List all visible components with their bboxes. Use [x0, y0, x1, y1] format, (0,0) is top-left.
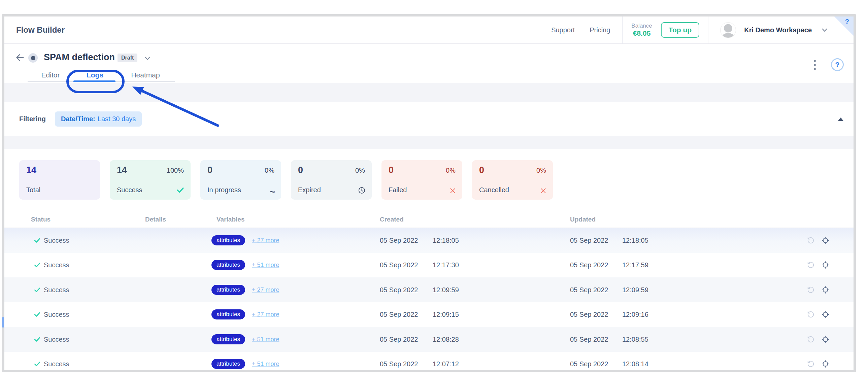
locate-icon[interactable]: [822, 261, 829, 269]
updated-time: 12:09:59: [622, 286, 649, 293]
stat-label: Expired: [298, 186, 321, 194]
column-status: Status: [31, 216, 51, 223]
updated-time: 12:18:05: [622, 236, 649, 244]
created-date: 05 Sep 2022: [380, 261, 418, 269]
corner-help-fold[interactable]: [834, 17, 854, 36]
topbar: Flow Builder Support Pricing Balance €8.…: [4, 17, 854, 44]
success-check-icon: [34, 261, 41, 269]
clock-icon: [358, 187, 366, 195]
chevron-down-icon[interactable]: [821, 27, 828, 33]
pricing-link[interactable]: Pricing: [590, 26, 610, 34]
more-variables-link[interactable]: + 27 more: [252, 311, 279, 318]
stat-card-cancelled: 0 0% Cancelled: [472, 160, 553, 199]
variable-tag[interactable]: attributes: [212, 260, 245, 270]
replay-icon[interactable]: [807, 237, 814, 244]
datetime-filter-chip[interactable]: Date/Time: Last 30 days: [55, 112, 142, 127]
updated-time: 12:09:16: [622, 311, 649, 318]
created-date: 05 Sep 2022: [380, 335, 418, 343]
table-header: Status Details Variables Created Updated: [4, 199, 854, 228]
collapse-panel-caret-icon[interactable]: [838, 118, 843, 121]
success-check-icon: [34, 237, 41, 244]
top-up-button[interactable]: Top up: [661, 22, 699, 38]
status-badge: Draft: [118, 54, 137, 62]
more-variables-link[interactable]: + 51 more: [252, 361, 279, 368]
replay-icon[interactable]: [807, 261, 814, 269]
stat-label: In progress: [208, 186, 241, 194]
created-time: 12:09:59: [433, 286, 459, 293]
success-check-icon: [34, 361, 41, 368]
locate-icon[interactable]: [822, 286, 829, 293]
variable-tag[interactable]: attributes: [212, 235, 245, 245]
created-time: 12:07:12: [433, 360, 459, 368]
balance-block: Balance €8.05: [631, 23, 652, 37]
stat-card-total: 14 Total: [19, 160, 100, 199]
back-button[interactable]: [14, 53, 25, 63]
success-check-icon: [34, 311, 41, 318]
created-date: 05 Sep 2022: [380, 236, 418, 244]
tab-logs[interactable]: Logs: [87, 71, 103, 79]
table-row[interactable]: Success attributes + 27 more 05 Sep 2022…: [4, 302, 854, 327]
table-row[interactable]: Success attributes + 27 more 05 Sep 2022…: [4, 228, 854, 253]
table-row[interactable]: Success attributes + 51 more 05 Sep 2022…: [4, 352, 854, 370]
variable-tag[interactable]: attributes: [212, 309, 245, 319]
replay-icon[interactable]: [807, 360, 814, 368]
table-row[interactable]: Success attributes + 27 more 05 Sep 2022…: [4, 277, 854, 302]
success-check-icon: [34, 336, 41, 343]
updated-date: 05 Sep 2022: [570, 236, 608, 244]
created-time: 12:08:28: [433, 335, 459, 343]
more-variables-link[interactable]: + 27 more: [252, 286, 279, 293]
locate-icon[interactable]: [822, 335, 829, 343]
chip-value: Last 30 days: [98, 115, 136, 123]
stat-label: Cancelled: [479, 186, 509, 194]
flow-menu-chevron-icon[interactable]: [144, 55, 151, 62]
table-body: Success attributes + 27 more 05 Sep 2022…: [4, 228, 854, 370]
balance-label: Balance: [631, 23, 652, 29]
tab-heatmap[interactable]: Heatmap: [131, 71, 160, 79]
active-tab-indicator: [73, 81, 116, 82]
created-date: 05 Sep 2022: [380, 311, 418, 318]
replay-icon[interactable]: [807, 311, 814, 318]
locate-icon[interactable]: [822, 236, 829, 244]
stat-value: 14: [26, 165, 36, 176]
flow-header: SPAM deflection Draft Editor Logs Heatma…: [4, 44, 854, 83]
variable-tag[interactable]: attributes: [212, 334, 245, 344]
more-variables-link[interactable]: + 51 more: [252, 336, 279, 343]
flow-title: SPAM deflection: [44, 52, 115, 63]
workspace-name[interactable]: Kri Demo Workspace: [744, 26, 812, 34]
locate-icon[interactable]: [822, 360, 829, 368]
variable-tag[interactable]: attributes: [212, 359, 245, 369]
avatar[interactable]: [720, 22, 736, 38]
table-row[interactable]: Success attributes + 51 more 05 Sep 2022…: [4, 253, 854, 278]
stat-percent: 0%: [355, 167, 365, 175]
table-row[interactable]: Success attributes + 51 more 05 Sep 2022…: [4, 327, 854, 352]
updated-time: 12:08:55: [622, 335, 649, 343]
support-link[interactable]: Support: [551, 26, 575, 34]
filtering-label: Filtering: [19, 115, 46, 123]
logs-panel: 14 Total 14 100% Success 0 0% In progres…: [4, 149, 854, 370]
more-variables-link[interactable]: + 51 more: [252, 261, 279, 269]
chip-key: Date/Time:: [61, 115, 95, 123]
replay-icon[interactable]: [807, 336, 814, 343]
stat-value: 0: [298, 165, 303, 176]
created-time: 12:09:15: [433, 311, 459, 318]
stat-percent: 0%: [446, 167, 456, 175]
column-details: Details: [145, 216, 166, 223]
tab-editor[interactable]: Editor: [41, 71, 60, 79]
replay-icon[interactable]: [807, 286, 814, 293]
corner-help-icon[interactable]: ?: [845, 18, 849, 26]
stat-label: Success: [117, 186, 143, 194]
kebab-menu-icon[interactable]: [813, 60, 816, 70]
locate-icon[interactable]: [822, 311, 829, 318]
stat-card-expired: 0 0% Expired: [291, 160, 372, 199]
updated-date: 05 Sep 2022: [570, 286, 608, 293]
check-icon: [176, 186, 185, 195]
x-icon: [540, 187, 547, 195]
more-variables-link[interactable]: + 27 more: [252, 237, 279, 244]
topbar-divider: [708, 17, 708, 44]
app-title: Flow Builder: [16, 25, 65, 35]
variable-tag[interactable]: attributes: [212, 285, 245, 295]
updated-date: 05 Sep 2022: [570, 311, 608, 318]
stat-card-in-progress: 0 0% In progress ~: [200, 160, 281, 199]
help-icon[interactable]: ?: [831, 58, 844, 71]
updated-time: 12:17:59: [622, 261, 649, 269]
